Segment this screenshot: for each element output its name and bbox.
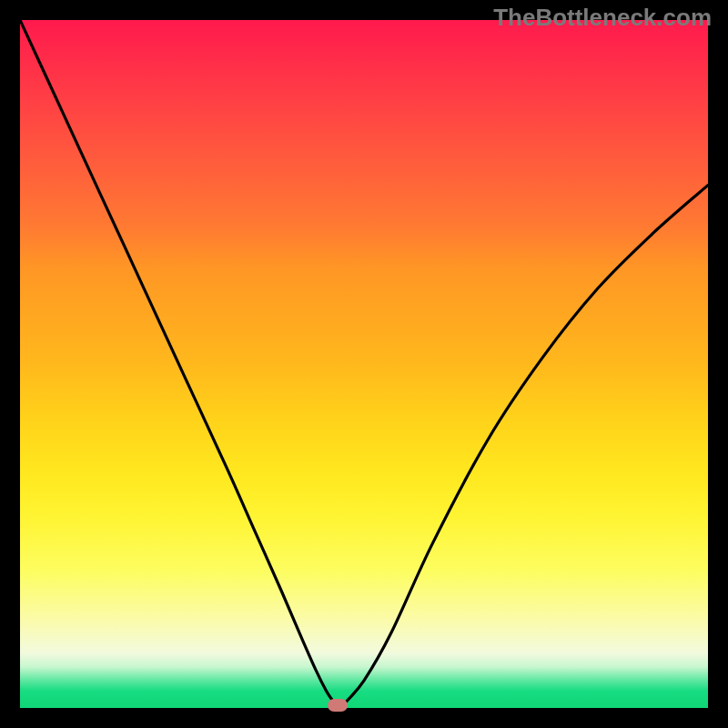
dip-marker: [328, 699, 348, 712]
chart-container: TheBottleneck.com: [0, 0, 728, 728]
plot-area: [20, 20, 708, 708]
watermark-text: TheBottleneck.com: [493, 4, 712, 32]
bottleneck-curve: [20, 20, 708, 708]
